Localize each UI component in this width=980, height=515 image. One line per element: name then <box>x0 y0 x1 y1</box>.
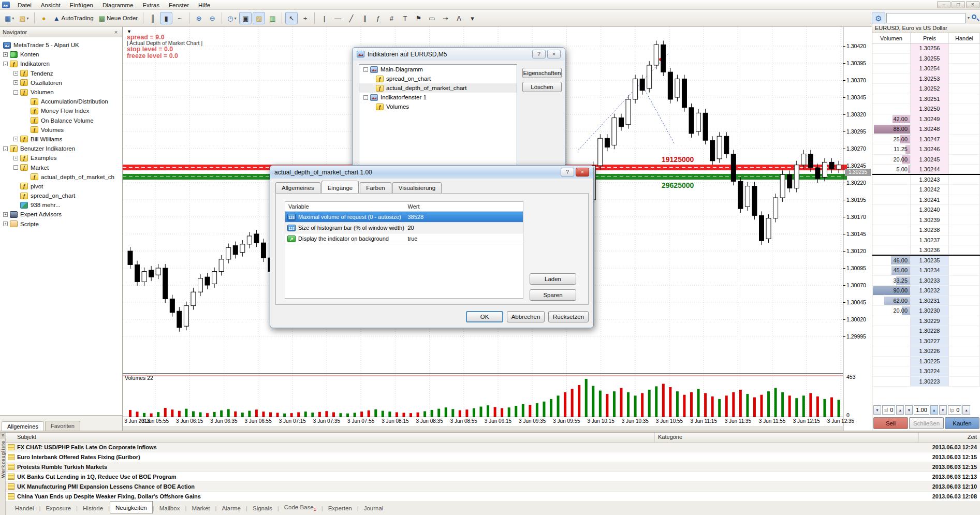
maximize-icon[interactable]: □ <box>952 1 965 8</box>
minimize-icon[interactable]: – <box>937 1 950 8</box>
text-tool-icon[interactable]: T <box>399 12 411 24</box>
depth-row[interactable]: 33.251.30233 <box>872 276 980 286</box>
arrows-tool-icon[interactable]: ➝ <box>439 12 451 24</box>
value-cell[interactable]: true <box>405 236 523 242</box>
laden-button[interactable]: Laden <box>530 273 576 285</box>
wert-column-header[interactable]: Wert <box>405 202 523 211</box>
nav-tab-allgemeines[interactable]: Allgemeines <box>2 421 44 431</box>
take-profit-down-icon[interactable]: ▼ <box>939 405 947 415</box>
expander-icon[interactable]: - <box>363 67 368 72</box>
depth-row[interactable]: 5.001.30244 <box>872 165 980 175</box>
timeframes-icon[interactable]: ◷▾ <box>225 12 238 24</box>
variable-column-header[interactable]: Variable <box>285 202 405 211</box>
profiles-icon[interactable]: ▧▾ <box>17 12 31 24</box>
symbol-search-input[interactable] <box>886 13 966 23</box>
expander-icon[interactable]: - <box>363 95 368 100</box>
depth-row[interactable]: 1.30223 <box>872 377 980 387</box>
zoom-out-icon[interactable]: ⊖ <box>206 12 218 24</box>
expander-icon[interactable]: - <box>13 165 18 170</box>
ok-button[interactable]: OK <box>466 311 503 322</box>
depth-row[interactable]: 20.001.30245 <box>872 155 980 165</box>
indicator-item-main-diagramm[interactable]: -Main-Diagramm <box>359 65 517 74</box>
menu-item-hilfe[interactable]: Hilfe <box>194 1 215 9</box>
fibonacci-icon[interactable]: ƒ <box>372 12 384 24</box>
menu-item-einfügen[interactable]: Einfügen <box>65 1 98 9</box>
depth-row[interactable]: 1.30240 <box>872 205 980 215</box>
line-chart-mode-icon[interactable]: ~ <box>173 12 186 24</box>
depth-row[interactable]: 1.30242 <box>872 185 980 195</box>
depth-folder-icon[interactable]: ▨ <box>253 12 265 24</box>
depth-row[interactable]: 1.30251 <box>872 94 980 105</box>
candle-chart-mode-icon[interactable]: ▮ <box>160 12 172 24</box>
equidistant-channel-icon[interactable]: ∥ <box>358 12 371 24</box>
input-row[interactable]: 123Maximal volume of request (0 - autosi… <box>285 212 523 223</box>
indicator-item-actual-depth-of-market-chart[interactable]: ƒactual_depth_of_market_chart <box>359 83 517 93</box>
tab-eingänge[interactable]: Eingänge <box>321 181 359 193</box>
tab-experten[interactable]: Experten <box>323 503 357 513</box>
menu-item-diagramme[interactable]: Diagramme <box>98 1 138 9</box>
value-cell[interactable]: 20 <box>405 225 523 231</box>
depth-row[interactable]: 25.001.30247 <box>872 135 980 145</box>
sidebar-item-spread-on-chart[interactable]: ƒspread_on_chart <box>0 191 122 200</box>
tab-code-base[interactable]: Code Base1 <box>279 502 321 514</box>
sidebar-item-volumes[interactable]: ƒVolumes <box>0 125 122 135</box>
sidebar-item-metatrader-5-alpari-uk[interactable]: MetaTrader 5 - Alpari UK <box>0 40 122 50</box>
indicator-item-spread-on-chart[interactable]: ƒspread_on_chart <box>359 74 517 83</box>
sidebar-item-tendenz[interactable]: +ƒTendenz <box>0 69 122 78</box>
sidebar-item-938-mehr-[interactable]: 938 mehr... <box>0 200 122 210</box>
sidebar-item-konten[interactable]: +Konten <box>0 50 122 59</box>
news-row[interactable]: Protests Rumble Turkish Markets2013.06.0… <box>6 462 980 472</box>
trendline-icon[interactable]: ╱ <box>345 12 357 24</box>
depth-row[interactable]: 1.30243 <box>872 175 980 185</box>
sidebar-item-examples[interactable]: +ƒExamples <box>0 153 122 163</box>
tab-handel[interactable]: Handel <box>10 503 39 513</box>
depth-row[interactable]: 42.001.30249 <box>872 114 980 125</box>
lot-size-field[interactable]: 1.00 <box>914 405 929 415</box>
tab-signals[interactable]: Signals <box>247 503 277 513</box>
depth-row[interactable]: 1.30238 <box>872 225 980 236</box>
horizontal-line-icon[interactable]: — <box>331 12 344 24</box>
label-tool-icon[interactable]: ⚑ <box>412 12 425 24</box>
depth-row[interactable]: 1.30255 <box>872 54 980 64</box>
tab-historie[interactable]: Historie <box>78 503 108 513</box>
close-button[interactable]: Schließen <box>909 417 944 429</box>
stop-loss-down-icon[interactable]: ▼ <box>873 405 881 415</box>
nav-tab-favoriten[interactable]: Favoriten <box>45 421 80 431</box>
stop-loss-up-icon[interactable]: ▲ <box>896 405 904 415</box>
depth-row[interactable]: 1.30229 <box>872 316 980 327</box>
vertical-line-icon[interactable]: | <box>318 12 330 24</box>
data-window-icon[interactable]: ▥ <box>266 12 279 24</box>
expander-icon[interactable]: - <box>13 90 18 95</box>
cursor-icon[interactable]: ↖ <box>285 12 298 24</box>
depth-row[interactable]: 1.30224 <box>872 366 980 377</box>
news-row[interactable]: FX CHAT: USD/PHP Falls Late On Corporate… <box>6 443 980 452</box>
menu-item-fenster[interactable]: Fenster <box>164 1 194 9</box>
expander-icon[interactable]: - <box>3 146 8 151</box>
ruecksetzen-button[interactable]: Rücksetzen <box>548 311 589 322</box>
depth-row[interactable]: 11.251.30246 <box>872 144 980 155</box>
depth-row[interactable]: 46.001.30235 <box>872 256 980 266</box>
take-profit-field[interactable]: tp0 <box>948 405 961 415</box>
inputs-dialog-titlebar[interactable]: actual_depth_of_market_chart 1.00 ? × <box>270 166 593 179</box>
expander-icon[interactable]: + <box>13 71 18 76</box>
kategorie-column-header[interactable]: Kategorie <box>655 433 919 442</box>
depth-column-preis[interactable]: Preis <box>911 33 949 43</box>
news-row[interactable]: UK Banks Cut Lending in 1Q, Reduce Use o… <box>6 472 980 482</box>
input-row[interactable]: ↗Display the indicator on backgroundtrue <box>285 233 523 244</box>
depth-row[interactable]: 45.001.30234 <box>872 266 980 276</box>
close-icon[interactable]: × <box>547 50 561 58</box>
objects-dropdown-icon[interactable]: ▾ <box>466 12 478 24</box>
search-dropdown-icon[interactable]: ▾ <box>968 16 970 20</box>
sidebar-item-expert-advisors[interactable]: +Expert Advisors <box>0 210 122 219</box>
sidebar-item-actual-depth-of-market-ch[interactable]: ƒactual_depth_of_market_ch <box>0 172 122 182</box>
value-cell[interactable]: 38528 <box>405 214 523 220</box>
autotrading-icon[interactable]: ▲AutoTrading <box>51 12 96 24</box>
zoom-in-icon[interactable]: ⊕ <box>193 12 205 24</box>
tile-windows-icon[interactable]: ▣ <box>239 12 252 24</box>
input-row[interactable]: 123Size of histogram bar (% of window wi… <box>285 223 523 233</box>
expander-icon[interactable]: + <box>3 52 8 57</box>
help-icon[interactable]: ? <box>532 50 546 58</box>
depth-row[interactable]: 88.001.30248 <box>872 124 980 135</box>
depth-row[interactable]: 1.30253 <box>872 74 980 84</box>
help-icon[interactable]: ? <box>561 168 574 176</box>
